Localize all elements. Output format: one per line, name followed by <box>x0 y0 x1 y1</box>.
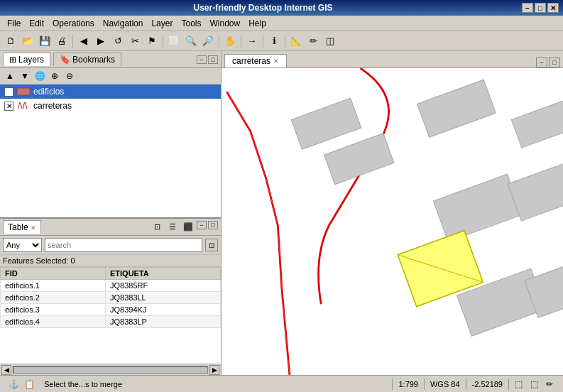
status-message: Select the...s to merge <box>38 379 393 390</box>
measure-btn[interactable]: 📐 <box>288 33 304 49</box>
layer-checkbox-edificios[interactable]: ✕ <box>4 87 13 97</box>
sep3 <box>219 35 219 48</box>
save-file-btn[interactable]: 💾 <box>37 33 53 49</box>
status-crs: WGS 84 <box>425 379 466 390</box>
status-pin-btn[interactable]: ⬚ <box>512 378 525 391</box>
menu-operations[interactable]: Operations <box>48 17 99 30</box>
layer-move-up-btn[interactable]: ▲ <box>3 70 17 82</box>
status-layers-btn[interactable]: ⬚ <box>528 378 540 391</box>
map-minimize-btn[interactable]: − <box>536 58 547 67</box>
menu-edit[interactable]: Edit <box>25 17 48 30</box>
menu-window[interactable]: Window <box>205 17 244 30</box>
table-maximize-btn[interactable]: □ <box>208 221 218 229</box>
flag-btn[interactable]: ⚑ <box>144 33 160 49</box>
table-row[interactable]: edificios.2 JQ8383LL <box>1 292 221 304</box>
table-row[interactable]: edificios.1 JQ8385RF <box>1 280 221 292</box>
rotate-left-btn[interactable]: ↺ <box>110 33 126 49</box>
table-close-icon[interactable]: ✕ <box>31 224 36 232</box>
layers-win-controls[interactable]: − □ <box>197 55 218 64</box>
layers-maximize-btn[interactable]: □ <box>208 55 218 64</box>
col-fid[interactable]: FID <box>1 268 106 280</box>
bookmarks-tab-label: Bookmarks <box>72 55 115 65</box>
menu-tools[interactable]: Tools <box>177 17 205 30</box>
status-scale: 1:799 <box>393 379 425 390</box>
map-win-controls[interactable]: − □ <box>536 58 560 67</box>
status-anchor-btn[interactable]: ⚓ <box>7 378 20 391</box>
pan-btn[interactable]: ✋ <box>222 33 238 49</box>
zoom-out-btn[interactable]: 🔎 <box>200 33 216 49</box>
map-tab-close-icon[interactable]: ✕ <box>273 58 279 65</box>
layer-move-down-btn[interactable]: ▼ <box>18 70 32 82</box>
cut-btn[interactable]: ✂ <box>127 33 143 49</box>
map-canvas[interactable] <box>222 68 563 375</box>
forward-btn[interactable]: ▶ <box>93 33 109 49</box>
layer-label-carreteras: carreteras <box>33 101 72 111</box>
map-area: carreteras ✕ − □ <box>222 51 563 375</box>
status-bar: ⚓ 📋 Select the...s to merge 1:799 WGS 84… <box>0 375 563 392</box>
menu-file[interactable]: File <box>3 17 25 30</box>
move-btn[interactable]: → <box>244 33 260 49</box>
table-fill-btn[interactable]: ⬛ <box>181 221 195 234</box>
cell-etiqueta: JQ8383LL <box>105 292 220 304</box>
filter-search-input[interactable] <box>45 238 202 252</box>
layer-toggle-btn[interactable]: ◫ <box>322 33 338 49</box>
map-tab-carreteras[interactable]: carreteras ✕ <box>224 54 287 67</box>
cell-etiqueta: JQ8394KJ <box>105 304 220 316</box>
table-list-btn[interactable]: ☰ <box>165 221 180 234</box>
menu-bar: File Edit Operations Navigation Layer To… <box>0 16 563 31</box>
layers-icon: ⊞ <box>9 55 16 65</box>
minimize-btn[interactable]: − <box>522 3 533 13</box>
svg-rect-0 <box>17 88 30 95</box>
menu-navigation[interactable]: Navigation <box>99 17 148 30</box>
table-panel-header: Table ✕ ⊡ ☰ ⬛ − □ <box>0 219 221 236</box>
layers-tab[interactable]: ⊞ Layers <box>3 53 50 66</box>
layer-checkbox-carreteras[interactable]: ✕ <box>4 102 13 111</box>
layer-label-edificios: edificios <box>33 87 64 97</box>
layer-add-btn[interactable]: ⊕ <box>48 70 62 82</box>
data-table: FID ETIQUETA edificios.1 JQ8385RF edific… <box>0 267 221 364</box>
layer-remove-btn[interactable]: ⊖ <box>62 70 77 82</box>
table-grid-btn[interactable]: ⊡ <box>150 221 164 234</box>
table-tab[interactable]: Table ✕ <box>3 220 41 234</box>
menu-help[interactable]: Help <box>244 17 270 30</box>
edit-pencil-btn[interactable]: ✏ <box>305 33 321 49</box>
table-row[interactable]: edificios.4 JQ8383LP <box>1 316 221 328</box>
table-minimize-btn[interactable]: − <box>197 221 207 229</box>
map-maximize-btn[interactable]: □ <box>549 58 560 67</box>
open-file-btn[interactable]: 📂 <box>20 33 35 49</box>
print-btn[interactable]: 🖨 <box>54 33 70 49</box>
scroll-track[interactable] <box>13 366 208 374</box>
layer-globe-btn[interactable]: 🌐 <box>33 70 47 82</box>
status-edit-btn[interactable]: ✏ <box>543 378 556 391</box>
scroll-left-btn[interactable]: ◀ <box>1 365 11 375</box>
status-layer-btn[interactable]: 📋 <box>23 378 35 391</box>
info-btn[interactable]: ℹ <box>266 33 282 49</box>
layers-toolbar: ▲ ▼ 🌐 ⊕ ⊖ <box>0 68 221 85</box>
filter-search-btn[interactable]: ⊡ <box>205 239 218 251</box>
layer-icon-carreteras: /\/\ <box>16 101 31 111</box>
app-title: User-friendly Desktop Internet GIS <box>4 3 522 13</box>
svg-rect-2 <box>222 68 563 375</box>
layer-item-carreteras[interactable]: ✕ /\/\ carreteras <box>0 99 221 113</box>
features-selected-label: Features Selected: 0 <box>0 255 221 267</box>
zoom-box-btn[interactable]: ⬜ <box>166 33 182 49</box>
menu-layer[interactable]: Layer <box>147 17 177 30</box>
maximize-btn[interactable]: □ <box>535 3 546 13</box>
map-svg <box>222 68 563 375</box>
table-row[interactable]: edificios.3 JQ8394KJ <box>1 304 221 316</box>
back-btn[interactable]: ◀ <box>76 33 92 49</box>
table-panel: Table ✕ ⊡ ☰ ⬛ − □ Any FID ETIQUETA <box>0 219 221 375</box>
scroll-right-btn[interactable]: ▶ <box>209 365 219 375</box>
new-file-btn[interactable]: 🗋 <box>3 33 18 49</box>
bookmarks-tab[interactable]: 🔖 Bookmarks <box>53 53 121 66</box>
close-btn[interactable]: ✕ <box>547 3 559 13</box>
sep6 <box>285 35 285 48</box>
col-etiqueta[interactable]: ETIQUETA <box>105 268 220 280</box>
window-controls[interactable]: − □ ✕ <box>522 3 559 13</box>
filter-field-select[interactable]: Any FID ETIQUETA <box>3 238 42 252</box>
layers-minimize-btn[interactable]: − <box>197 55 207 64</box>
filter-row: Any FID ETIQUETA ⊡ <box>0 236 221 255</box>
zoom-in-btn[interactable]: 🔍 <box>183 33 199 49</box>
table-win-controls[interactable]: ⊡ ☰ ⬛ − □ <box>150 221 218 234</box>
layer-item-edificios[interactable]: ✕ edificios <box>0 85 221 99</box>
